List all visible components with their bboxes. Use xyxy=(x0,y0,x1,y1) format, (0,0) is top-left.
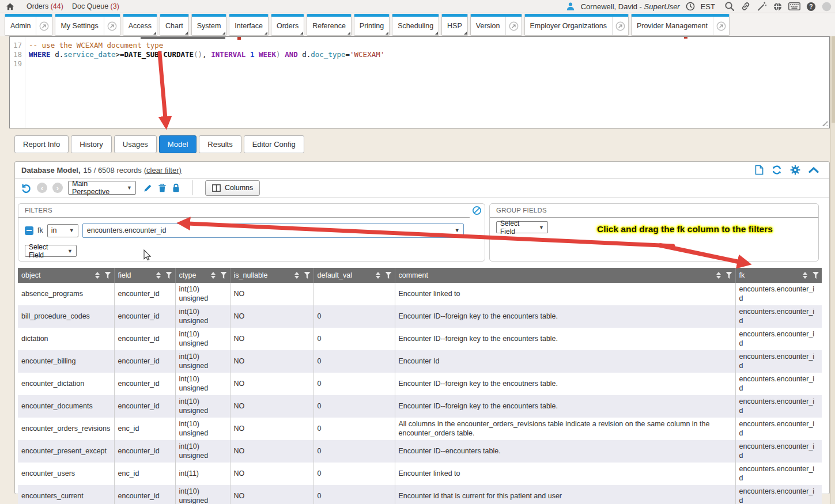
filter-operator-select[interactable]: in ▼ xyxy=(47,224,78,237)
nav-tab-printing[interactable]: Printing xyxy=(354,14,390,36)
search-button[interactable] xyxy=(724,1,735,12)
sort-icon[interactable] xyxy=(716,272,721,279)
result-tab-model[interactable]: Model xyxy=(159,135,197,153)
nav-tab-admin[interactable]: Admin xyxy=(5,14,52,36)
nav-tab-label: Orders xyxy=(271,17,304,35)
popout-button[interactable] xyxy=(505,17,522,35)
columns-button[interactable]: Columns xyxy=(205,180,260,196)
keyboard-button[interactable] xyxy=(788,2,800,10)
nav-tab-employer-organizations[interactable]: Employer Organizations xyxy=(524,14,629,36)
nav-tab-provider-management[interactable]: Provider Management xyxy=(631,14,730,36)
line-number: 19 xyxy=(10,59,25,69)
column-header-comment[interactable]: comment xyxy=(395,268,735,283)
topbar-link-doc-queue[interactable]: Doc Queue (3) xyxy=(72,2,119,10)
clear-filter-link[interactable]: (clear filter) xyxy=(144,166,182,175)
result-tab-report-info[interactable]: Report Info xyxy=(14,135,69,153)
sql-editor[interactable]: 171819 -- use the WCEXAM document typeWH… xyxy=(9,36,830,128)
keyboard-icon xyxy=(788,2,800,10)
sort-icon[interactable] xyxy=(375,272,381,279)
editor-resize-handle[interactable] xyxy=(820,119,828,126)
timezone-button[interactable] xyxy=(686,2,695,11)
table-row[interactable]: encounter_billingencounter_idint(10) uns… xyxy=(18,350,822,373)
column-header-is-nullable[interactable]: is_nullable xyxy=(230,268,313,283)
nav-tab-hsp[interactable]: HSP xyxy=(441,14,468,36)
nav-tab-version[interactable]: Version xyxy=(470,14,522,36)
table-row[interactable]: encounter_documentsencounter_idint(10) u… xyxy=(18,395,822,418)
perspective-select[interactable]: Main Perspective ▼ xyxy=(68,181,136,195)
nav-tab-scheduling[interactable]: Scheduling xyxy=(392,14,439,36)
forward-button[interactable]: › xyxy=(52,183,63,193)
nav-tab-chart[interactable]: Chart xyxy=(160,14,189,36)
result-tab-editor-config[interactable]: Editor Config xyxy=(244,135,304,153)
sort-icon[interactable] xyxy=(210,272,216,279)
nav-tab-system[interactable]: System xyxy=(191,14,227,36)
column-header-default-val[interactable]: default_val xyxy=(313,268,395,283)
popout-button[interactable] xyxy=(713,17,729,35)
filters-select-field[interactable]: Select Field ▼ xyxy=(25,245,77,257)
sort-icon[interactable] xyxy=(156,272,161,279)
group-select-field[interactable]: Select Field ▼ xyxy=(496,221,548,233)
topbar-link-orders[interactable]: Orders (44) xyxy=(27,2,63,10)
result-tab-usages[interactable]: Usages xyxy=(114,135,157,153)
filter-funnel-icon[interactable] xyxy=(386,272,392,279)
wand-button[interactable] xyxy=(757,1,767,12)
nav-tab-access[interactable]: Access xyxy=(123,14,157,36)
remove-filter-button[interactable] xyxy=(25,226,33,235)
page-scrollbar-thumb[interactable] xyxy=(832,36,835,123)
link-button[interactable] xyxy=(740,1,751,12)
table-row[interactable]: dictationencounter_idint(10) unsignedNO0… xyxy=(18,328,822,350)
avatar[interactable] xyxy=(822,2,832,12)
dropdown-caret-icon[interactable]: ▼ xyxy=(455,228,460,233)
table-row[interactable]: encounter_orders_revisionsenc_idint(10) … xyxy=(18,418,822,440)
filter-funnel-icon[interactable] xyxy=(726,272,732,279)
result-tab-results[interactable]: Results xyxy=(199,135,241,153)
clear-filters-button[interactable] xyxy=(472,206,482,218)
column-header-object[interactable]: object xyxy=(18,268,114,283)
code-area[interactable]: -- use the WCEXAM document typeWHERE d.s… xyxy=(29,41,821,69)
filter-value-input[interactable] xyxy=(82,223,464,238)
popout-button[interactable] xyxy=(612,17,628,35)
nav-tab-reference[interactable]: Reference xyxy=(307,14,352,36)
filter-funnel-icon[interactable] xyxy=(813,272,819,279)
delete-perspective-button[interactable] xyxy=(158,183,167,193)
filter-funnel-icon[interactable] xyxy=(221,272,227,279)
settings-button[interactable] xyxy=(790,165,800,175)
column-header-fk[interactable]: fk xyxy=(735,268,822,283)
table-row[interactable]: encounters_currentencounter_idint(10) un… xyxy=(18,485,822,504)
filter-funnel-icon[interactable] xyxy=(304,272,311,279)
help-button[interactable]: ? xyxy=(806,2,816,12)
refresh-button[interactable] xyxy=(772,165,782,175)
new-document-button[interactable] xyxy=(755,165,764,175)
sort-icon[interactable] xyxy=(95,272,100,279)
code-token xyxy=(254,50,259,59)
nav-tab-my-settings[interactable]: My Settings xyxy=(55,14,120,36)
result-tab-history[interactable]: History xyxy=(71,135,111,153)
globe-button[interactable] xyxy=(773,2,783,12)
filter-funnel-icon[interactable] xyxy=(166,272,172,279)
lock-perspective-button[interactable] xyxy=(172,183,180,193)
table-row[interactable]: absence_programsencounter_idint(10) unsi… xyxy=(18,283,822,305)
filter-funnel-icon[interactable] xyxy=(105,272,111,279)
column-header-ctype[interactable]: ctype xyxy=(175,268,230,283)
collapse-button[interactable] xyxy=(808,166,819,173)
sort-icon[interactable] xyxy=(802,272,808,279)
code-token: -- use the WCEXAM document type xyxy=(29,41,163,50)
page-scrollbar[interactable] xyxy=(830,36,835,504)
undo-button[interactable] xyxy=(21,183,32,194)
popout-button[interactable] xyxy=(104,17,120,35)
table-row[interactable]: bill_procedure_codesencounter_idint(10) … xyxy=(18,305,822,328)
user-name[interactable]: Cornewell, David - SuperUser xyxy=(581,2,680,11)
popout-button[interactable] xyxy=(36,17,52,35)
nav-tab-orders[interactable]: Orders xyxy=(271,14,304,36)
home-button[interactable] xyxy=(6,2,14,11)
column-header-field[interactable]: field xyxy=(114,268,175,283)
nav-tab-interface[interactable]: Interface xyxy=(229,14,269,36)
cell-default-val: 0 xyxy=(313,440,395,463)
edit-perspective-button[interactable] xyxy=(143,183,153,193)
table-row[interactable]: encounter_dictationencounter_idint(10) u… xyxy=(18,373,822,395)
table-row[interactable]: encounter_usersenc_idint(11)NO0Encounter… xyxy=(18,463,822,485)
back-button[interactable]: ‹ xyxy=(37,183,47,193)
topbar-link-count: (3) xyxy=(108,2,119,10)
sort-icon[interactable] xyxy=(294,272,300,279)
table-row[interactable]: encounter_present_exceptencounter_idint(… xyxy=(18,440,822,463)
